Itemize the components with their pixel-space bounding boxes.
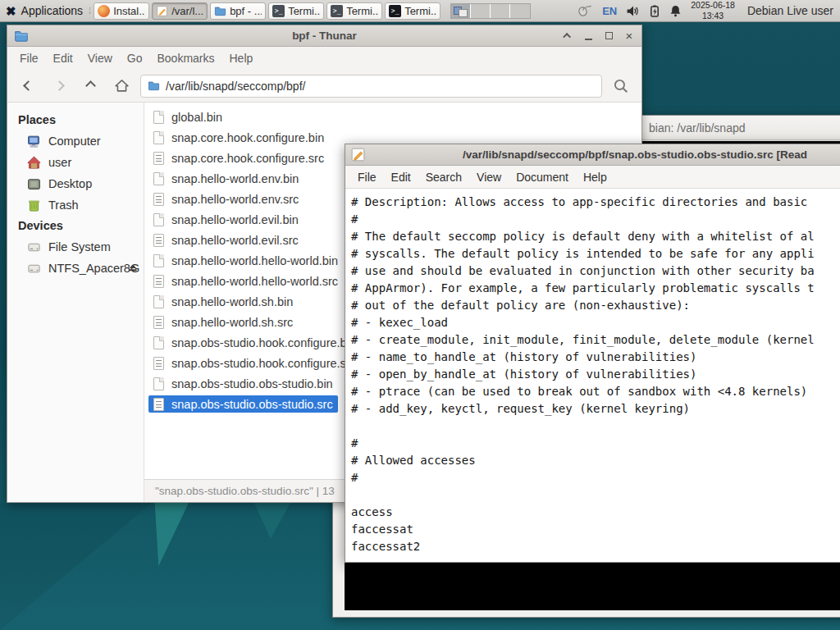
editor-line: # use and should be evaluated in conjunc… <box>351 262 840 280</box>
mousepad-titlebar[interactable]: /var/lib/snapd/seccomp/bpf/snap.obs-stud… <box>345 144 840 166</box>
sidebar-item-home[interactable]: user <box>7 152 144 173</box>
clock-date: 2025-06-18 <box>691 0 735 11</box>
back-button[interactable] <box>16 75 40 98</box>
menu-item[interactable]: Edit <box>384 168 418 186</box>
home-icon <box>114 78 130 94</box>
menu-item[interactable]: View <box>80 49 120 67</box>
places-header: Places <box>7 110 144 130</box>
applications-menu[interactable]: ✖ Applications <box>0 0 89 21</box>
file-name: snap.hello-world.evil.src <box>171 234 299 247</box>
shade-button[interactable] <box>562 30 573 42</box>
menu-item[interactable]: Help <box>222 49 261 67</box>
drive-icon <box>27 262 41 276</box>
volume-icon[interactable] <box>626 5 640 17</box>
desktop-icon <box>27 177 41 191</box>
maximize-button[interactable] <box>603 30 614 42</box>
file-icon <box>153 172 164 185</box>
mouse-tray-icon[interactable] <box>577 4 593 17</box>
search-button[interactable] <box>609 75 633 98</box>
mousepad-window-title: /var/lib/snapd/seccomp/bpf/snap.obs-stud… <box>345 148 807 161</box>
sidebar-item-label: NTFS_Apacer8G <box>48 262 139 275</box>
minimize-button[interactable] <box>582 30 594 42</box>
eject-icon[interactable] <box>127 262 139 273</box>
close-button[interactable]: × <box>623 30 635 42</box>
menu-item[interactable]: Bookmarks <box>149 49 221 67</box>
editor-line: # <box>351 469 840 486</box>
file-row[interactable]: snap.core.hook.configure.src <box>148 149 329 167</box>
installer-icon <box>98 5 110 17</box>
power-manager-icon[interactable] <box>649 4 660 18</box>
editor-line: # - create_module, init_module, finit_mo… <box>351 331 840 349</box>
sidebar-item-filesystem[interactable]: File System <box>7 236 144 258</box>
workspace-2[interactable] <box>471 4 491 18</box>
file-row[interactable]: snap.hello-world.hello-world.src <box>148 272 343 290</box>
up-button[interactable] <box>78 75 103 98</box>
workspace-3[interactable] <box>491 4 510 18</box>
sidebar-item-computer[interactable]: Computer <box>7 130 144 152</box>
top-panel: ✖ Applications ⁞ Instal... /var/l... bpf… <box>0 0 840 22</box>
file-icon <box>153 377 164 390</box>
workspace-switcher <box>450 3 531 19</box>
mousepad-icon <box>350 147 366 162</box>
file-name: snap.obs-studio.hook.configure.src <box>171 357 356 370</box>
file-icon <box>153 316 164 329</box>
file-row[interactable]: snap.obs-studio.obs-studio.bin <box>148 375 338 392</box>
mousepad-icon <box>156 5 168 17</box>
folder-icon <box>14 29 29 43</box>
file-row[interactable]: snap.hello-world.sh.bin <box>148 293 298 310</box>
menu-item[interactable]: Edit <box>46 49 80 67</box>
file-row[interactable]: snap.hello-world.sh.src <box>148 313 298 331</box>
menu-item[interactable]: Document <box>509 168 576 186</box>
notification-bell-icon[interactable] <box>669 4 682 17</box>
home-button[interactable] <box>109 75 134 98</box>
thunar-titlebar[interactable]: bpf - Thunar × <box>7 25 641 47</box>
menu-item[interactable]: Go <box>120 49 150 67</box>
taskbar-button-installer[interactable]: Instal... <box>94 2 149 20</box>
file-icon <box>153 295 164 308</box>
file-row[interactable]: snap.hello-world.env.src <box>148 190 304 208</box>
folder-icon <box>214 5 226 17</box>
file-row[interactable]: snap.hello-world.env.bin <box>148 170 304 187</box>
file-row[interactable]: snap.obs-studio.hook.configure.bin <box>148 334 361 351</box>
sidebar-item-label: Desktop <box>48 177 92 190</box>
workspace-1[interactable] <box>451 4 471 18</box>
file-row[interactable]: global.bin <box>148 108 227 126</box>
thunar-sidebar: Places Computer user Desktop Trash D <box>7 103 144 502</box>
workspace-4[interactable] <box>510 4 530 18</box>
taskbar-button-terminal-2[interactable]: >_ Termi... <box>326 2 382 20</box>
file-row[interactable]: snap.hello-world.evil.bin <box>148 211 304 228</box>
menu-item[interactable]: View <box>469 168 509 186</box>
menu-item[interactable]: Search <box>418 168 469 186</box>
editor-text-area[interactable]: # Description: Allows access to app-spec… <box>345 189 840 562</box>
file-row[interactable]: snap.obs-studio.hook.configure.src <box>148 354 361 372</box>
file-icon <box>153 131 164 144</box>
clock[interactable]: 2025-06-18 13:43 <box>691 0 735 21</box>
wallpaper-triangle <box>0 503 152 630</box>
path-bar[interactable]: /var/lib/snapd/seccomp/bpf/ <box>140 75 602 98</box>
forward-button[interactable] <box>47 75 71 98</box>
taskbar-button-thunar[interactable]: bpf - ... <box>210 2 266 20</box>
taskbar-button-terminal-1[interactable]: >_ Termi... <box>268 2 324 20</box>
menu-item[interactable]: File <box>12 49 46 67</box>
taskbar-button-mousepad[interactable]: /var/l... <box>152 2 208 20</box>
sidebar-item-trash[interactable]: Trash <box>7 194 144 216</box>
file-row[interactable]: snap.obs-studio.obs-studio.src <box>148 395 338 413</box>
keyboard-layout-indicator[interactable]: EN <box>602 5 617 17</box>
file-row[interactable]: snap.hello-world.evil.src <box>148 231 304 249</box>
home-icon <box>27 156 41 170</box>
editor-line: # - ptrace (can be used to break out of … <box>351 383 840 400</box>
file-row[interactable]: snap.hello-world.hello-world.bin <box>148 252 343 269</box>
file-row[interactable]: snap.core.hook.configure.bin <box>148 129 329 146</box>
terminal-icon: >_ <box>331 5 343 17</box>
sidebar-item-ntfs-apacer8g[interactable]: NTFS_Apacer8G <box>7 258 144 279</box>
taskbar-button-terminal-3[interactable]: >_ Termi... <box>385 2 441 20</box>
editor-line <box>351 486 840 504</box>
menu-item[interactable]: Help <box>576 168 614 186</box>
file-name: snap.core.hook.configure.bin <box>171 131 324 144</box>
file-name: snap.hello-world.env.src <box>171 193 299 206</box>
sidebar-item-desktop[interactable]: Desktop <box>7 173 144 194</box>
wallpaper-triangle <box>150 503 189 566</box>
menu-item[interactable]: File <box>350 168 384 186</box>
wallpaper-triangle <box>254 503 290 539</box>
desktop[interactable]: bian: /var/lib/snapd bpf - Thunar × File… <box>0 0 840 630</box>
